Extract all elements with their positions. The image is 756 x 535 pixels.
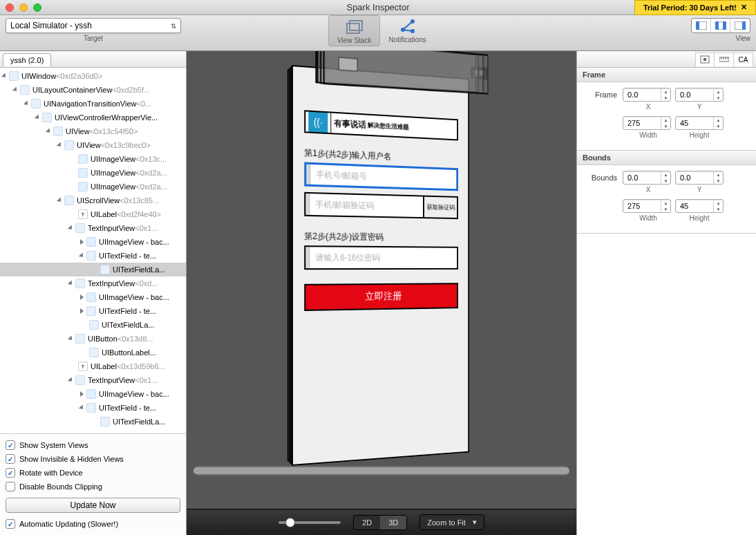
mode-2d-button[interactable]: 2D [354, 516, 380, 529]
tree-node[interactable]: UILayoutContainerView <0xd2b5f... [0, 83, 186, 97]
tree-node[interactable]: UINavigationTransitionView <0... [0, 97, 186, 111]
mode-3d-button[interactable]: 3D [380, 516, 406, 529]
bounds-x-stepper[interactable]: 0.0▲▼ [623, 171, 671, 185]
disclosure-icon[interactable] [68, 377, 74, 383]
disclosure-icon[interactable] [12, 86, 19, 93]
tree-node[interactable]: UIButtonLabel... [0, 346, 186, 359]
depth-slider[interactable] [278, 521, 341, 524]
tree-node[interactable]: UIImageView <0xd2a... [0, 180, 186, 194]
stepper-down-icon[interactable]: ▼ [714, 95, 723, 101]
view-mode-segmented[interactable] [691, 18, 750, 33]
tree-node[interactable]: UIImageView - bac... [0, 387, 186, 401]
bounds-w-stepper[interactable]: 275▲▼ [623, 199, 671, 213]
tab-yssh[interactable]: yssh (2.0) [3, 53, 51, 66]
trial-badge[interactable]: Trial Period: 30 Days Left! ✕ [634, 0, 756, 15]
tree-node[interactable]: UIView <0x13c9bec0> [0, 138, 186, 152]
bounds-y-stepper[interactable]: 0.0▲▼ [675, 171, 724, 185]
stepper-down-icon[interactable]: ▼ [661, 206, 670, 212]
tree-node[interactable]: UIViewControllerWrapperVie... [0, 111, 186, 124]
tree-node[interactable]: UITextFieldLa... [0, 318, 186, 332]
disclosure-icon[interactable] [57, 142, 63, 148]
zoom-window-icon[interactable] [33, 3, 41, 12]
frame-h-stepper[interactable]: 45▲▼ [675, 116, 724, 130]
disclosure-icon[interactable] [80, 308, 84, 314]
tree-node[interactable]: UITextField - te... [0, 401, 186, 415]
tree-node[interactable]: UITextFieldLa... [0, 263, 186, 276]
disclosure-icon[interactable] [68, 335, 74, 341]
close-window-icon[interactable] [6, 3, 14, 12]
disclosure-icon[interactable] [35, 114, 41, 120]
tree-node[interactable]: UITextFieldLa... [0, 415, 186, 429]
view-right-panel-icon[interactable] [730, 19, 750, 32]
view-left-panel-icon[interactable] [692, 19, 711, 32]
tree-node[interactable]: UIImageView <0xd2a... [0, 166, 186, 180]
tree-node[interactable]: TextInputView <0xd... [0, 276, 186, 290]
show-invisible-views-checkbox[interactable]: ✓Show Invisible & Hidden Views [6, 452, 180, 466]
auto-update-checkbox[interactable]: ✓Automatic Updating (Slower!) [6, 517, 180, 531]
tree-node[interactable]: UIImageView <0x13c... [0, 152, 186, 166]
viewstack-button[interactable]: View Stack [328, 15, 380, 46]
disclosure-icon[interactable] [46, 128, 52, 134]
tree-node[interactable]: UIImageView - bac... [0, 235, 186, 249]
tree-node[interactable]: TextInputView <0x1... [0, 373, 186, 387]
tree-node[interactable]: UIScrollView <0x13c85... [0, 194, 186, 207]
disclosure-icon[interactable] [68, 225, 74, 231]
stepper-down-icon[interactable]: ▼ [661, 178, 670, 184]
disclosure-icon[interactable] [79, 404, 85, 411]
inspector-tab-icon[interactable] [695, 53, 715, 66]
tree-node[interactable]: UIWindow <0xd2a36d0> [0, 69, 186, 83]
stepper-down-icon[interactable]: ▼ [714, 206, 723, 212]
slider-knob-icon[interactable] [285, 518, 295, 527]
tree-node[interactable]: UITextField - te... [0, 249, 186, 263]
tree-node[interactable]: UIImageView - bac... [0, 290, 186, 304]
zoom-to-fit-button[interactable]: Zoom to Fit ▾ [419, 514, 484, 530]
ruler-tab-icon[interactable] [715, 53, 734, 66]
stepper-down-icon[interactable]: ▼ [714, 123, 723, 129]
stepper-up-icon[interactable]: ▲ [714, 117, 723, 123]
disable-bounds-clipping-checkbox[interactable]: Disable Bounds Clipping [6, 480, 180, 494]
tree-node[interactable]: UIView <0x13c54f50> [0, 124, 186, 138]
horizontal-scrollbar[interactable] [193, 466, 569, 476]
tree-node[interactable]: TUILabel <0xd2f4e40> [0, 207, 186, 221]
stepper-up-icon[interactable]: ▲ [661, 171, 670, 178]
tree-node[interactable]: UITextField - te... [0, 304, 186, 318]
view-mode-segmented[interactable]: 2D 3D [353, 515, 407, 530]
stepper-down-icon[interactable]: ▼ [714, 178, 723, 184]
update-now-button[interactable]: Update Now [6, 498, 180, 513]
rotate-with-device-checkbox[interactable]: ✓Rotate with Device [6, 466, 180, 480]
disclosure-icon[interactable] [79, 252, 85, 259]
disclosure-icon[interactable] [80, 294, 84, 300]
view-both-panels-icon[interactable] [711, 19, 730, 32]
stepper-up-icon[interactable]: ▲ [661, 88, 670, 95]
stepper-down-icon[interactable]: ▼ [661, 95, 670, 101]
notifications-button[interactable]: Notifications [380, 15, 434, 46]
disclosure-icon[interactable] [23, 100, 30, 106]
canvas-3d-view[interactable]: 登录 ((· 有事说话 解决您生活难题 第1步(共2步)输入用户名 [187, 51, 576, 509]
close-icon[interactable]: ✕ [741, 3, 747, 12]
disclosure-icon[interactable] [1, 73, 8, 79]
show-system-views-checkbox[interactable]: ✓Show System Views [6, 438, 180, 452]
ca-tab[interactable]: CA [734, 53, 753, 66]
stepper-up-icon[interactable]: ▲ [714, 88, 723, 95]
tree-node[interactable]: TextInputView <0x1... [0, 221, 186, 235]
tree-node[interactable]: TUILabel <0x13d59b6... [0, 359, 186, 373]
disclosure-icon[interactable] [68, 280, 74, 286]
stepper-up-icon[interactable]: ▲ [661, 117, 670, 123]
stepper-down-icon[interactable]: ▼ [661, 123, 670, 129]
frame-y-stepper[interactable]: 0.0▲▼ [675, 88, 724, 102]
disclosure-icon[interactable] [57, 197, 63, 203]
view-hierarchy-tree[interactable]: UIWindow <0xd2a36d0>UILayoutContainerVie… [0, 68, 186, 433]
tree-node[interactable]: UIButton <0x13d8... [0, 332, 186, 346]
disclosure-icon[interactable] [80, 391, 84, 397]
frame-w-stepper[interactable]: 275▲▼ [623, 116, 671, 130]
stepper-up-icon[interactable]: ▲ [714, 200, 723, 206]
bounds-h-stepper[interactable]: 45▲▼ [675, 199, 724, 213]
viewstack-icon [343, 17, 366, 37]
target-select[interactable]: Local Simulator - yssh ⇅ [6, 18, 181, 33]
stepper-up-icon[interactable]: ▲ [661, 200, 670, 206]
disclosure-icon[interactable] [80, 239, 84, 245]
stepper-up-icon[interactable]: ▲ [714, 171, 723, 178]
scrollbar-thumb[interactable] [193, 467, 569, 474]
frame-x-stepper[interactable]: 0.0▲▼ [623, 88, 671, 102]
minimize-window-icon[interactable] [19, 3, 28, 12]
